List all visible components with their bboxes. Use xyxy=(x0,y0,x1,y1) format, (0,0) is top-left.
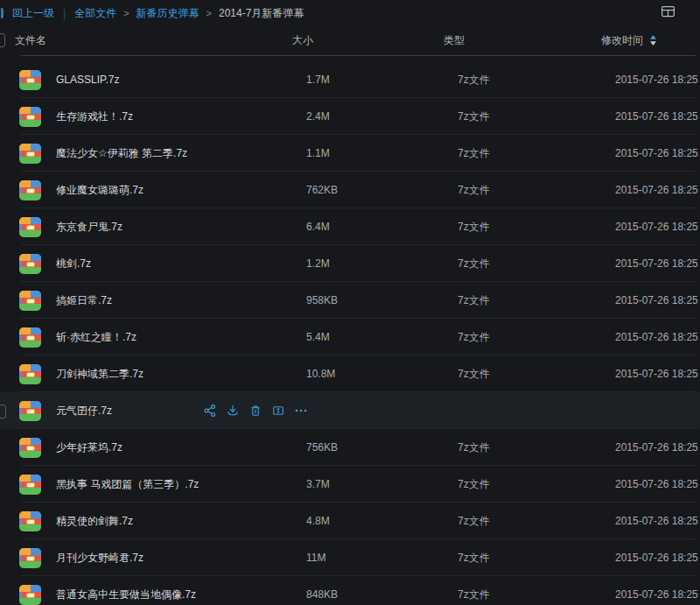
file-size: 958KB xyxy=(306,294,458,306)
file-size: 756KB xyxy=(306,441,458,454)
file-name[interactable]: 精灵使的剑舞.7z xyxy=(56,514,306,529)
breadcrumb-link-all-files[interactable]: 全部文件 xyxy=(74,6,116,21)
file-mtime: 2015-07-26 18:25 xyxy=(615,368,700,380)
archive-file-icon xyxy=(19,180,41,200)
archive-file-icon xyxy=(19,438,41,458)
file-mtime: 2015-07-26 18:25 xyxy=(615,515,700,527)
file-name[interactable]: 搞姬日常.7z xyxy=(56,293,306,308)
table-row[interactable]: 桃剑.7z 1.2M 7z文件 2015-07-26 18:25 xyxy=(0,245,700,282)
file-type: 7z文件 xyxy=(458,109,615,124)
table-row[interactable]: 普通女高中生要做当地偶像.7z 848KB 7z文件 2015-07-26 18… xyxy=(0,576,700,605)
table-row[interactable]: 魔法少女☆伊莉雅 第二季.7z 1.1M 7z文件 2015-07-26 18:… xyxy=(0,135,700,172)
archive-file-icon xyxy=(19,548,41,568)
file-type: 7z文件 xyxy=(458,220,615,235)
file-mtime: 2015-07-26 18:25 xyxy=(615,74,700,86)
breadcrumb-link-folder[interactable]: 新番历史弹幕 xyxy=(136,6,200,21)
file-type: 7z文件 xyxy=(458,183,615,198)
file-mtime: 2015-07-26 18:25 xyxy=(615,331,700,343)
archive-file-icon xyxy=(19,475,41,495)
file-name[interactable]: 修业魔女璐璐萌.7z xyxy=(56,183,306,198)
file-size: 1.2M xyxy=(306,257,458,270)
row-actions xyxy=(203,392,308,429)
table-row[interactable]: 精灵使的剑舞.7z 4.8M 7z文件 2015-07-26 18:25 xyxy=(0,503,700,539)
file-mtime: 2015-07-26 18:25 xyxy=(615,221,700,233)
file-type: 7z文件 xyxy=(458,514,615,529)
table-header: 文件名 大小 类型 修改时间 xyxy=(0,25,700,56)
breadcrumb-bar: 回上一级 | 全部文件 > 新番历史弹幕 > 2014-7月新番弹幕 xyxy=(0,0,700,25)
table-row[interactable]: 修业魔女璐璐萌.7z 762KB 7z文件 2015-07-26 18:25 xyxy=(0,172,700,208)
archive-file-icon xyxy=(19,144,41,164)
breadcrumb-back-link[interactable]: 回上一级 xyxy=(12,6,54,21)
file-size: 1.1M xyxy=(306,147,458,159)
table-row[interactable]: 东京食尸鬼.7z 6.4M 7z文件 2015-07-26 18:25 xyxy=(0,208,700,245)
file-name[interactable]: 生存游戏社！.7z xyxy=(56,109,306,124)
file-type: 7z文件 xyxy=(458,477,615,492)
table-row[interactable]: 生存游戏社！.7z 2.4M 7z文件 2015-07-26 18:25 xyxy=(0,98,700,135)
table-row[interactable]: 搞姬日常.7z 958KB 7z文件 2015-07-26 18:25 xyxy=(0,282,700,319)
file-type: 7z文件 xyxy=(458,73,615,88)
file-mtime: 2015-07-26 18:25 xyxy=(615,147,700,159)
file-type: 7z文件 xyxy=(458,587,615,602)
rename-icon[interactable] xyxy=(271,404,285,418)
breadcrumb-divider: | xyxy=(61,7,67,19)
file-type: 7z文件 xyxy=(458,551,615,566)
file-name[interactable]: 斩·赤红之瞳！.7z xyxy=(56,330,306,345)
header-type[interactable]: 类型 xyxy=(444,33,601,48)
table-row[interactable]: 黑执事 马戏团篇（第三季）.7z 3.7M 7z文件 2015-07-26 18… xyxy=(0,466,700,503)
file-mtime: 2015-07-26 18:25 xyxy=(615,552,700,564)
delete-icon[interactable] xyxy=(248,404,262,418)
file-name[interactable]: 月刊少女野崎君.7z xyxy=(56,551,306,566)
sort-icon[interactable] xyxy=(649,34,657,46)
file-name[interactable]: GLASSLIP.7z xyxy=(56,74,306,86)
file-mtime: 2015-07-26 18:25 xyxy=(615,110,700,123)
table-row[interactable]: 刀剑神域第二季.7z 10.8M 7z文件 2015-07-26 18:25 xyxy=(0,355,700,392)
file-type: 7z文件 xyxy=(458,440,615,455)
archive-file-icon xyxy=(19,364,41,384)
file-mtime: 2015-07-26 18:25 xyxy=(615,441,700,454)
file-size: 762KB xyxy=(306,184,458,196)
table-row[interactable]: 少年好莱坞.7z 756KB 7z文件 2015-07-26 18:25 xyxy=(0,429,700,466)
share-icon[interactable] xyxy=(203,404,217,418)
table-row[interactable]: GLASSLIP.7z 1.7M 7z文件 2015-07-26 18:25 xyxy=(0,61,700,98)
file-name[interactable]: 魔法少女☆伊莉雅 第二季.7z xyxy=(56,146,306,161)
chevron-right-icon: > xyxy=(206,8,212,18)
file-name[interactable]: 黑执事 马戏团篇（第三季）.7z xyxy=(56,477,306,492)
row-checkbox[interactable] xyxy=(0,405,6,419)
file-size: 1.7M xyxy=(306,74,458,86)
archive-file-icon xyxy=(19,585,41,605)
archive-file-icon xyxy=(19,107,41,127)
archive-file-icon xyxy=(19,254,41,274)
breadcrumb-current: 2014-7月新番弹幕 xyxy=(219,6,304,21)
file-name[interactable]: 少年好莱坞.7z xyxy=(56,440,306,455)
file-type: 7z文件 xyxy=(458,367,615,382)
file-mtime: 2015-07-26 18:25 xyxy=(615,294,700,306)
header-mtime-label: 修改时间 xyxy=(601,33,643,48)
archive-file-icon xyxy=(19,217,41,237)
download-icon[interactable] xyxy=(226,404,240,418)
file-name[interactable]: 普通女高中生要做当地偶像.7z xyxy=(56,587,306,602)
archive-file-icon xyxy=(19,291,41,311)
archive-file-icon xyxy=(19,401,41,421)
more-icon[interactable] xyxy=(294,404,308,418)
file-list: GLASSLIP.7z 1.7M 7z文件 2015-07-26 18:25 生… xyxy=(0,61,700,605)
table-row[interactable]: 元气囝仔.7z xyxy=(0,392,700,429)
header-mtime[interactable]: 修改时间 xyxy=(601,33,700,48)
file-size: 6.4M xyxy=(306,221,458,233)
archive-file-icon xyxy=(19,511,41,531)
file-size: 5.4M xyxy=(306,331,458,343)
file-name[interactable]: 桃剑.7z xyxy=(56,257,306,271)
file-mtime: 2015-07-26 18:25 xyxy=(615,184,700,196)
header-size[interactable]: 大小 xyxy=(292,33,444,48)
table-row[interactable]: 斩·赤红之瞳！.7z 5.4M 7z文件 2015-07-26 18:25 xyxy=(0,319,700,355)
file-type: 7z文件 xyxy=(458,293,615,308)
file-mtime: 2015-07-26 18:25 xyxy=(615,588,700,601)
file-size: 3.7M xyxy=(306,478,458,490)
header-filename[interactable]: 文件名 xyxy=(5,33,292,48)
file-name[interactable]: 东京食尸鬼.7z xyxy=(56,220,306,235)
file-size: 11M xyxy=(306,552,458,564)
table-row[interactable]: 月刊少女野崎君.7z 11M 7z文件 2015-07-26 18:25 xyxy=(0,539,700,576)
grid-view-icon[interactable] xyxy=(661,4,676,18)
file-size: 10.8M xyxy=(306,368,458,380)
file-name[interactable]: 刀剑神域第二季.7z xyxy=(56,367,306,382)
back-icon[interactable] xyxy=(1,8,4,18)
